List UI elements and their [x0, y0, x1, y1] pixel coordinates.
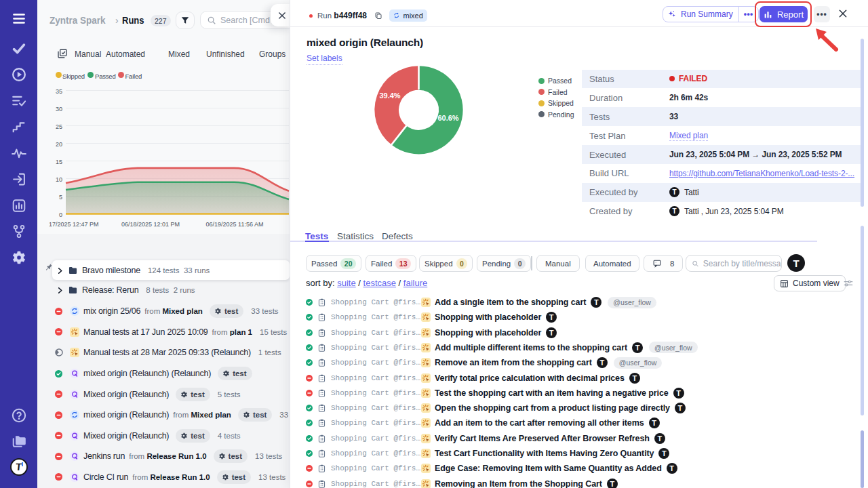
svg-text:39.4%: 39.4%: [379, 92, 400, 100]
svg-text:15: 15: [56, 159, 62, 165]
svg-text:20: 20: [56, 141, 62, 148]
svg-text:06/19/2025 11:56 AM: 06/19/2025 11:56 AM: [206, 221, 264, 228]
svg-text:10: 10: [56, 176, 62, 183]
svg-text:30: 30: [56, 106, 62, 113]
svg-text:60.6%: 60.6%: [437, 114, 458, 122]
svg-text:25: 25: [56, 123, 62, 130]
svg-text:17/2025 12:47 PM: 17/2025 12:47 PM: [49, 221, 99, 228]
svg-text:0: 0: [59, 211, 62, 218]
svg-text:06/18/2025 12:01 PM: 06/18/2025 12:01 PM: [121, 221, 180, 228]
svg-text:5: 5: [59, 194, 62, 201]
svg-text:35: 35: [56, 88, 62, 95]
